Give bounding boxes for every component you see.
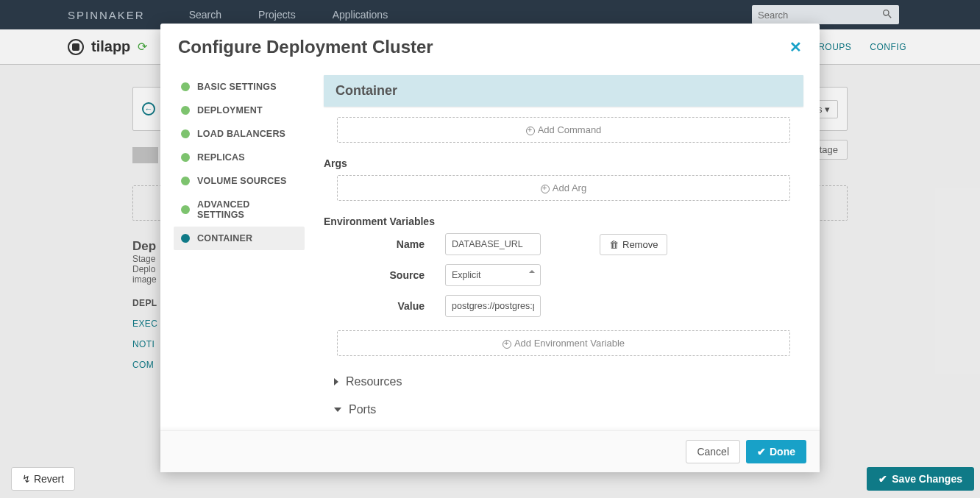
sidebar-item-label: VOLUME SOURCES bbox=[197, 176, 287, 186]
status-dot-icon bbox=[181, 177, 190, 185]
add-command-label: Add Command bbox=[538, 124, 602, 135]
env-row-source: Source Explicit bbox=[324, 264, 803, 286]
env-value-label: Value bbox=[324, 300, 445, 312]
resources-label: Resources bbox=[346, 375, 402, 388]
sidebar-item-basic-settings[interactable]: BASIC SETTINGS bbox=[174, 75, 305, 99]
status-dot-icon bbox=[181, 106, 190, 115]
sidebar-item-label: CONTAINER bbox=[197, 233, 252, 243]
env-row-name: Name 🗑 Remove bbox=[324, 233, 803, 255]
modal-title: Configure Deployment Cluster bbox=[178, 37, 433, 57]
remove-env-button[interactable]: 🗑 Remove bbox=[600, 234, 667, 255]
status-dot-icon bbox=[181, 82, 190, 91]
section-header-container: Container bbox=[324, 75, 803, 107]
sidebar-item-load-balancers[interactable]: LOAD BALANCERS bbox=[174, 122, 305, 146]
add-env-var-button[interactable]: Add Environment Variable bbox=[337, 330, 790, 356]
ports-label: Ports bbox=[349, 403, 376, 416]
env-row-value: Value bbox=[324, 295, 803, 317]
sidebar-item-label: LOAD BALANCERS bbox=[197, 129, 285, 139]
chevron-down-icon bbox=[334, 408, 341, 412]
check-icon: ✔ bbox=[878, 473, 887, 485]
ports-collapsible[interactable]: Ports bbox=[324, 396, 803, 424]
env-source-select[interactable]: Explicit bbox=[445, 264, 541, 286]
sidebar-item-volume-sources[interactable]: VOLUME SOURCES bbox=[174, 169, 305, 193]
revert-button[interactable]: ↯ Revert bbox=[11, 467, 75, 491]
cancel-button[interactable]: Cancel bbox=[686, 440, 740, 463]
bottom-left-actions: ↯ Revert bbox=[11, 467, 75, 491]
resources-collapsible[interactable]: Resources bbox=[324, 368, 803, 396]
close-icon[interactable]: ✕ bbox=[789, 38, 802, 56]
status-dot-icon bbox=[181, 234, 190, 243]
env-name-input[interactable] bbox=[445, 233, 541, 255]
sidebar-item-label: REPLICAS bbox=[197, 152, 245, 163]
save-label: Save Changes bbox=[892, 473, 962, 485]
env-source-label: Source bbox=[324, 269, 445, 281]
modal-sidebar: BASIC SETTINGS DEPLOYMENT LOAD BALANCERS… bbox=[160, 71, 308, 430]
sidebar-item-advanced-settings[interactable]: ADVANCED SETTINGS bbox=[174, 193, 305, 227]
chevron-right-icon bbox=[334, 378, 338, 385]
plus-icon bbox=[526, 127, 535, 135]
modal-main: Container Add Command Args Add Arg Envir… bbox=[308, 71, 820, 430]
revert-icon: ↯ bbox=[22, 473, 34, 485]
sidebar-item-label: ADVANCED SETTINGS bbox=[197, 199, 297, 220]
args-label: Args bbox=[324, 157, 803, 169]
configure-deployment-modal: Configure Deployment Cluster ✕ BASIC SET… bbox=[160, 24, 820, 472]
status-dot-icon bbox=[181, 129, 190, 138]
remove-label: Remove bbox=[622, 239, 658, 250]
status-dot-icon bbox=[181, 205, 190, 214]
env-name-label: Name bbox=[324, 238, 445, 250]
sidebar-item-label: BASIC SETTINGS bbox=[197, 82, 277, 92]
sidebar-item-replicas[interactable]: REPLICAS bbox=[174, 146, 305, 169]
sidebar-item-label: DEPLOYMENT bbox=[197, 105, 263, 115]
plus-icon bbox=[503, 340, 511, 349]
add-arg-label: Add Arg bbox=[553, 182, 586, 193]
add-env-var-label: Add Environment Variable bbox=[514, 338, 625, 349]
modal-footer: Cancel ✔Done bbox=[160, 430, 820, 472]
status-dot-icon bbox=[181, 153, 190, 162]
sidebar-item-container[interactable]: CONTAINER bbox=[174, 227, 305, 250]
trash-icon: 🗑 bbox=[609, 239, 619, 250]
done-label: Done bbox=[770, 446, 795, 458]
done-button[interactable]: ✔Done bbox=[746, 440, 806, 463]
save-changes-button[interactable]: ✔Save Changes bbox=[867, 467, 974, 491]
sidebar-item-deployment[interactable]: DEPLOYMENT bbox=[174, 99, 305, 122]
modal-header: Configure Deployment Cluster ✕ bbox=[160, 24, 820, 71]
revert-label: Revert bbox=[34, 473, 64, 485]
env-value-input[interactable] bbox=[445, 295, 541, 317]
bottom-right-actions: ✔Save Changes bbox=[867, 467, 974, 491]
plus-icon bbox=[541, 185, 550, 193]
add-command-button[interactable]: Add Command bbox=[337, 117, 790, 143]
check-icon: ✔ bbox=[757, 446, 766, 458]
add-arg-button[interactable]: Add Arg bbox=[337, 175, 790, 201]
env-vars-label: Environment Variables bbox=[324, 216, 803, 227]
